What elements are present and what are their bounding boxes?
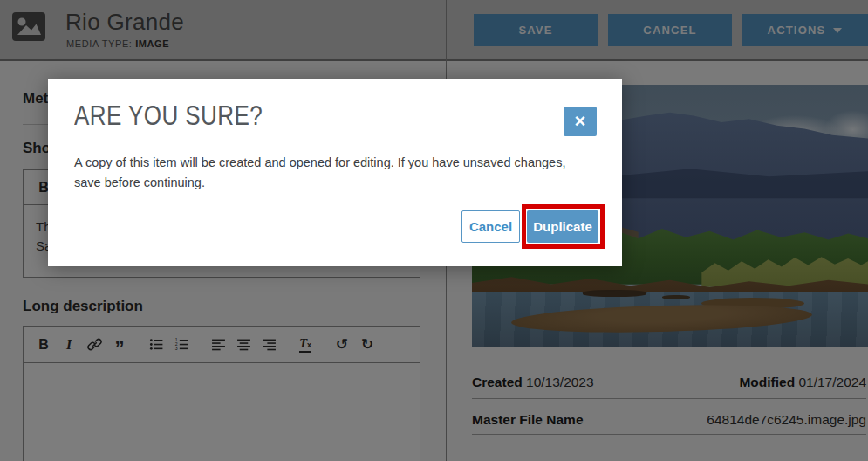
dialog-cancel-button[interactable]: Cancel (461, 210, 520, 243)
close-button[interactable]: × (564, 107, 597, 136)
dialog-title: ARE YOU SURE? (74, 100, 263, 132)
dialog-duplicate-button[interactable]: Duplicate (527, 210, 598, 243)
close-icon: × (575, 112, 586, 131)
confirmation-dialog: ARE YOU SURE? × A copy of this item will… (48, 79, 622, 266)
media-editor-screen: Rio Grande MEDIA TYPE: IMAGE SAVE CANCEL… (0, 0, 868, 461)
dialog-message: A copy of this item will be created and … (74, 153, 565, 193)
